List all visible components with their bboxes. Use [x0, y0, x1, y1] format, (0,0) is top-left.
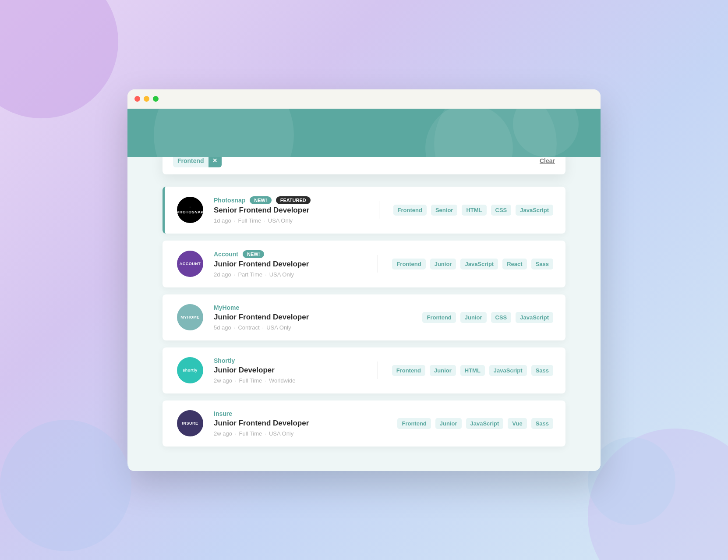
job-tags: FrontendJuniorJavaScriptReactSass: [392, 259, 553, 269]
tag-javascript[interactable]: JavaScript: [460, 259, 498, 269]
close-button[interactable]: [134, 96, 140, 102]
tag-junior[interactable]: Junior: [435, 418, 462, 429]
job-card-shortly: shortlyShortlyJunior Developer 2w ago · …: [163, 347, 565, 393]
company-row: Insure: [214, 410, 369, 417]
tag-html[interactable]: HTML: [462, 205, 486, 216]
company-name: Insure: [214, 410, 232, 417]
tag-frontend[interactable]: Frontend: [422, 312, 456, 323]
company-name: MyHome: [214, 304, 239, 311]
tag-html[interactable]: HTML: [460, 365, 485, 376]
tag-junior[interactable]: Junior: [430, 365, 456, 376]
company-row: Shortly: [214, 357, 364, 364]
tag-css[interactable]: CSS: [491, 312, 512, 323]
job-age: 1d ago: [214, 217, 231, 224]
company-name: Shortly: [214, 357, 235, 364]
job-title[interactable]: Senior Frontend Developer: [214, 206, 365, 215]
meta-dot2: ·: [262, 324, 264, 331]
company-row: AccountNEW!: [214, 250, 364, 258]
meta-dot: ·: [234, 217, 236, 224]
job-location: USA Only: [269, 271, 294, 278]
job-title[interactable]: Junior Developer: [214, 366, 364, 375]
job-meta: 5d ago · Contract · USA Only: [214, 324, 394, 331]
tag-sass[interactable]: Sass: [531, 365, 553, 376]
clear-button[interactable]: Clear: [540, 157, 555, 164]
tag-frontend[interactable]: Frontend: [392, 259, 425, 269]
job-type: Full Time: [238, 217, 261, 224]
tag-senior[interactable]: Senior: [431, 205, 457, 216]
meta-dot2: ·: [265, 430, 266, 437]
tag-javascript[interactable]: JavaScript: [489, 365, 527, 376]
header-shape1: [425, 109, 513, 157]
company-name: Photosnap: [214, 197, 245, 204]
meta-dot: ·: [235, 377, 237, 384]
job-title[interactable]: Junior Frontend Developer: [214, 313, 394, 322]
company-row: PhotosnapNEW!FEATURED: [214, 196, 365, 204]
job-title[interactable]: Junior Frontend Developer: [214, 419, 369, 428]
job-meta: 1d ago · Full Time · USA Only: [214, 217, 365, 224]
card-divider: [379, 201, 379, 219]
job-tags: FrontendSeniorHTMLCSSJavaScript: [393, 205, 553, 216]
job-card-myhome: MYHOMEMyHomeJunior Frontend Developer 5d…: [163, 294, 565, 340]
job-location: USA Only: [269, 430, 293, 437]
logo-shortly: shortly: [177, 357, 203, 383]
tag-sass[interactable]: Sass: [531, 259, 553, 269]
tag-junior[interactable]: Junior: [430, 259, 456, 269]
tag-frontend[interactable]: Frontend: [393, 205, 427, 216]
card-divider: [378, 255, 378, 273]
tag-css[interactable]: CSS: [491, 205, 512, 216]
tag-javascript[interactable]: JavaScript: [466, 418, 504, 429]
tag-vue[interactable]: Vue: [508, 418, 527, 429]
header-shape2: [513, 109, 579, 157]
tag-react[interactable]: React: [502, 259, 527, 269]
job-type: Part Time: [238, 271, 262, 278]
main-content: Frontend ✕ Clear · PHOTOSNAPPhotosnapNEW…: [127, 147, 601, 471]
job-age: 5d ago: [214, 324, 231, 331]
meta-dot2: ·: [265, 377, 266, 384]
job-tags: FrontendJuniorCSSJavaScript: [422, 312, 553, 323]
job-meta: 2d ago · Part Time · USA Only: [214, 271, 364, 278]
job-location: USA Only: [268, 217, 293, 224]
badge-new: NEW!: [250, 196, 271, 204]
job-title[interactable]: Junior Frontend Developer: [214, 260, 364, 269]
meta-dot: ·: [234, 271, 236, 278]
job-card-info: AccountNEW!Junior Frontend Developer 2d …: [214, 250, 364, 278]
tag-javascript[interactable]: JavaScript: [516, 312, 553, 323]
meta-dot: ·: [234, 324, 236, 331]
minimize-button[interactable]: [144, 96, 149, 102]
job-age: 2w ago: [214, 430, 232, 437]
job-age: 2d ago: [214, 271, 231, 278]
job-card-photosnap: · PHOTOSNAPPhotosnapNEW!FEATUREDSenior F…: [163, 187, 565, 234]
tag-javascript[interactable]: JavaScript: [516, 205, 553, 216]
card-divider: [378, 362, 378, 379]
job-location: Worldwide: [269, 377, 295, 384]
tag-frontend[interactable]: Frontend: [392, 365, 425, 376]
meta-dot2: ·: [265, 271, 267, 278]
job-meta: 2w ago · Full Time · USA Only: [214, 430, 369, 437]
bg-decoration-right2: [588, 437, 675, 525]
job-type: Full Time: [239, 377, 262, 384]
badge-new: NEW!: [243, 250, 264, 258]
job-card-info: ShortlyJunior Developer 2w ago · Full Ti…: [214, 357, 364, 384]
job-tags: FrontendJuniorJavaScriptVueSass: [397, 418, 553, 429]
title-bar: [127, 89, 601, 109]
company-name: Account: [214, 251, 238, 258]
card-divider: [408, 308, 408, 326]
job-location: USA Only: [266, 324, 291, 331]
job-card-account: ACCOUNTAccountNEW!Junior Frontend Develo…: [163, 241, 565, 287]
logo-insure: INSURE: [177, 410, 203, 436]
filter-tag-label: Frontend: [173, 157, 209, 164]
meta-dot2: ·: [264, 217, 265, 224]
job-type: Contract: [238, 324, 259, 331]
job-age: 2w ago: [214, 377, 232, 384]
card-divider: [383, 415, 383, 432]
company-row: MyHome: [214, 304, 394, 311]
tag-sass[interactable]: Sass: [531, 418, 553, 429]
maximize-button[interactable]: [153, 96, 159, 102]
header-banner: [127, 109, 601, 157]
tag-junior[interactable]: Junior: [460, 312, 487, 323]
job-list: · PHOTOSNAPPhotosnapNEW!FEATUREDSenior F…: [163, 187, 565, 447]
tag-frontend[interactable]: Frontend: [397, 418, 431, 429]
job-meta: 2w ago · Full Time · Worldwide: [214, 377, 364, 384]
job-card-insure: INSUREInsureJunior Frontend Developer 2w…: [163, 401, 565, 447]
logo-account: ACCOUNT: [177, 251, 203, 277]
